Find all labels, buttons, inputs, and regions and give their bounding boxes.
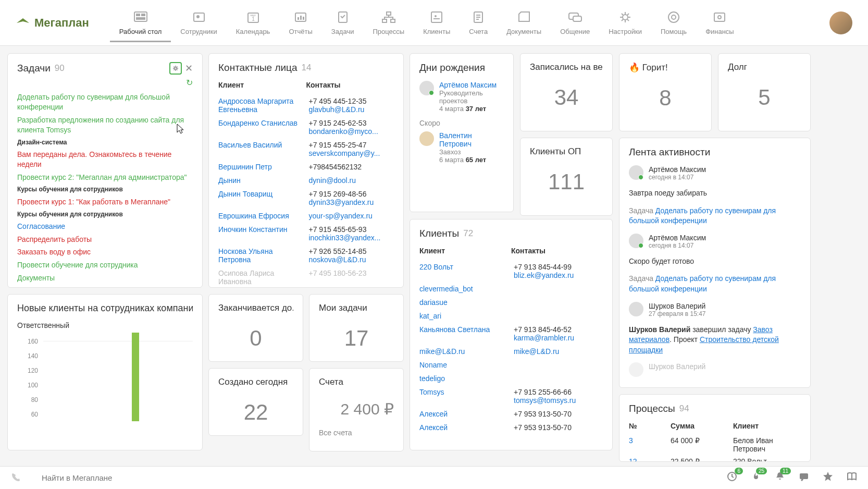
contact-email[interactable]: tomsys@tomsys.ru [514, 396, 603, 405]
avatar[interactable] [629, 302, 643, 316]
task-item[interactable]: Разработка предложения по созданию сайта… [17, 114, 193, 137]
contact-name[interactable]: Иночкин Константин [218, 225, 309, 242]
fire-widget[interactable]: 🔥 Горит! 8 [619, 53, 712, 131]
logo[interactable]: Мегаплан [16, 16, 89, 30]
nav-clients[interactable]: Клиенты [414, 4, 460, 42]
invoices-widget[interactable]: Счета 2 400 ₽ Все счета [309, 368, 404, 451]
contact-email[interactable]: karma@rambler.ru [514, 334, 603, 342]
contact-name[interactable]: Дынин [218, 176, 309, 185]
task-item[interactable]: Распределить работы [17, 233, 193, 246]
bell-icon[interactable]: 11 [774, 471, 786, 485]
process-row[interactable]: 1222 500 ₽220 Вольт [629, 455, 801, 462]
contact-name[interactable]: Tomsys [419, 388, 514, 405]
avatar[interactable] [629, 362, 643, 377]
task-item[interactable]: Документы [17, 272, 193, 285]
star-icon[interactable] [822, 471, 834, 485]
proc-num[interactable]: 3 [629, 436, 671, 453]
signup-widget[interactable]: Записались на ве... 34 [520, 53, 613, 131]
search-input[interactable] [42, 473, 726, 482]
task-item[interactable]: Вам переданы дела. Ознакомьтесь в течени… [17, 148, 193, 171]
debt-widget[interactable]: Долг 5 [718, 53, 811, 131]
contact-name[interactable]: Алексей [419, 423, 514, 432]
contact-phone[interactable]: +7 953 913-50-70 [514, 410, 603, 418]
nav-reports[interactable]: Отчёты [279, 4, 321, 42]
nav-help[interactable]: Помощь [651, 4, 696, 42]
avatar[interactable] [419, 81, 434, 95]
contact-name[interactable]: dariasue [419, 298, 514, 307]
clients-op-widget[interactable]: Клиенты ОП 111 [520, 138, 613, 216]
avatar[interactable] [629, 234, 643, 248]
contact-phone[interactable]: +7 926 552-14-85 [309, 247, 394, 255]
contact-name[interactable]: Алексей [419, 410, 514, 418]
activity-name[interactable]: Артёмов Максим [649, 165, 706, 174]
contact-email[interactable]: inochkin33@yandex... [309, 234, 394, 242]
avatar[interactable] [629, 165, 643, 180]
contact-phone[interactable]: +7 495 445-12-35 [309, 97, 394, 105]
contact-name[interactable]: Андросова Маргарита Евгеньевна [218, 97, 309, 114]
nav-processes[interactable]: Процессы [363, 4, 414, 42]
book-icon[interactable] [846, 471, 858, 485]
activity-name[interactable]: Артёмов Максим [649, 234, 706, 242]
contact-email[interactable]: dynin33@yandex.ru [309, 198, 394, 206]
contact-email[interactable]: bliz.ek@yandex.ru [514, 271, 603, 279]
activity-name[interactable]: Шурков Валерий [649, 362, 705, 371]
contact-name[interactable]: Осипова Лариса Ивановна [218, 269, 309, 286]
contact-email[interactable]: dynin@dool.ru [309, 176, 394, 185]
contact-phone[interactable]: +7 913 845-44-99 [514, 263, 603, 271]
clock-icon[interactable]: 6 [726, 471, 738, 485]
task-item[interactable]: Согласование [17, 220, 193, 233]
contact-name[interactable]: Бондаренко Станислав [218, 119, 309, 136]
nav-settings[interactable]: Настройки [599, 4, 651, 42]
ending-widget[interactable]: Заканчивается до... 0 [208, 294, 303, 362]
contact-email[interactable]: mike@L&D.ru [514, 347, 603, 356]
contact-name[interactable]: kat_ari [419, 312, 514, 320]
contact-name[interactable]: mike@L&D.ru [419, 347, 514, 356]
contact-phone[interactable]: +7 915 455-25-47 [309, 141, 394, 149]
contact-phone[interactable]: +798454562132 [309, 163, 394, 171]
contact-phone[interactable]: +7 495 180-56-23 [309, 269, 394, 277]
avatar[interactable] [419, 131, 434, 146]
task-item[interactable]: Заказать воду в офис [17, 246, 193, 259]
contact-email[interactable]: glavbuh@L&D.ru [309, 105, 394, 114]
chart-bar[interactable] [132, 333, 139, 421]
nav-docs[interactable]: Документы [497, 4, 551, 42]
task-item[interactable]: Провести курс 2: "Мегаплан для администр… [17, 171, 193, 184]
gear-button[interactable] [169, 62, 182, 75]
message-icon[interactable] [798, 471, 810, 485]
contact-phone[interactable]: +7 915 269-48-56 [309, 190, 394, 198]
nav-finance[interactable]: Финансы [696, 4, 743, 42]
contact-email[interactable]: bondarenko@myco... [309, 127, 394, 136]
contact-email[interactable]: your-sp@yandex.ru [309, 212, 394, 220]
contact-name[interactable]: Каньянова Светлана [419, 325, 514, 342]
contact-phone[interactable]: +7 915 455-65-93 [309, 225, 394, 234]
contact-phone[interactable]: +7 953 913-50-70 [514, 423, 603, 432]
task-item[interactable]: Доделать работу по сувенирам для большой… [17, 91, 193, 114]
fire-icon[interactable]: 25 [750, 471, 762, 485]
nav-chat[interactable]: Общение [551, 4, 599, 42]
contact-name[interactable]: Дынин Товарищ [218, 190, 309, 206]
contact-name[interactable]: 220 Вольт [419, 263, 514, 279]
nav-calendar[interactable]: март1 Календарь [227, 4, 280, 42]
contact-email[interactable]: noskova@L&D.ru [309, 255, 394, 264]
contact-email[interactable]: severskcompany@y... [309, 149, 394, 157]
nav-staff[interactable]: Сотрудники [171, 4, 226, 42]
proc-num[interactable]: 12 [629, 457, 671, 462]
all-invoices-link[interactable]: Все счета [319, 429, 394, 437]
activity-name[interactable]: Шурков Валерий [649, 302, 706, 310]
nav-tasks[interactable]: Задачи [322, 4, 364, 42]
nav-invoices[interactable]: Счета [460, 4, 497, 42]
task-item[interactable]: Провести обучение для сотрудника [17, 259, 193, 272]
user-avatar[interactable] [829, 11, 852, 34]
contact-phone[interactable]: +7 915 245-62-53 [309, 119, 394, 127]
process-row[interactable]: 364 000 ₽Белов Иван Петрович [629, 434, 801, 455]
phone-icon[interactable] [10, 472, 21, 484]
contact-name[interactable]: tedeligo [419, 374, 514, 383]
refresh-icon[interactable]: ↻ [186, 78, 193, 87]
contact-name[interactable]: Еврошкина Ефросия [218, 212, 309, 220]
contact-phone[interactable]: +7 915 255-66-66 [514, 388, 603, 396]
contact-name[interactable]: Вершинин Петр [218, 163, 309, 171]
mytasks-widget[interactable]: Мои задачи 17 [309, 294, 404, 362]
nav-desktop[interactable]: Рабочий стол [110, 4, 171, 42]
contact-name[interactable]: clevermedia_bot [419, 285, 514, 293]
contact-name[interactable]: Васильев Василий [218, 141, 309, 157]
